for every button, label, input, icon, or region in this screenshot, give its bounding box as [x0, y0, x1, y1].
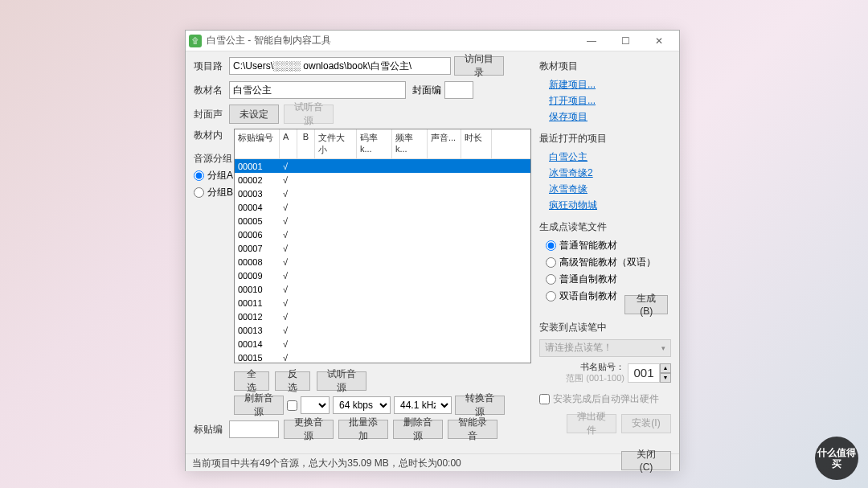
eject-button[interactable]: 弹出硬件 — [567, 414, 616, 433]
path-label: 项目路 — [194, 59, 229, 73]
recent-link[interactable]: 冰雪奇缘 — [549, 182, 671, 196]
gen-option-radio[interactable]: 高级智能教材（双语） — [546, 256, 671, 269]
delete-audio-button[interactable]: 删除音源 — [393, 420, 443, 439]
batch-add-button[interactable]: 批量添加 — [338, 420, 388, 439]
preview-cover-sound-button[interactable]: 试听音源 — [284, 105, 334, 124]
convert-audio-button[interactable]: 转换音源 — [455, 396, 505, 415]
table-row[interactable]: 00009√ — [235, 269, 530, 282]
content-label: 教材内 — [194, 129, 229, 142]
table-row[interactable]: 00005√ — [235, 214, 530, 228]
cover-num-label: 封面编 — [412, 84, 441, 97]
recent-link[interactable]: 疯狂动物城 — [549, 199, 671, 212]
path-input[interactable] — [229, 57, 451, 75]
install-button[interactable]: 安装(I) — [621, 414, 671, 433]
not-set-button[interactable]: 未设定 — [229, 105, 279, 124]
gen-section-title: 生成点读笔文件 — [539, 220, 671, 234]
refresh-audio-button[interactable]: 刷新音源 — [234, 396, 284, 415]
table-row[interactable]: 00006√ — [235, 228, 530, 241]
minimize-button[interactable]: — — [575, 31, 608, 51]
visit-dir-button[interactable]: 访问目录 — [454, 56, 504, 76]
replace-audio-button[interactable]: 更换音源 — [284, 420, 334, 439]
new-project-link[interactable]: 新建项目... — [549, 78, 671, 92]
cover-num-input[interactable] — [444, 81, 473, 99]
table-row[interactable]: 00014√ — [235, 337, 530, 351]
right-panel: 教材项目 新建项目... 打开项目... 保存项目 最近打开的项目 白雪公主 冰… — [536, 51, 678, 453]
freq-select[interactable]: 44.1 kHz — [394, 396, 452, 414]
name-label: 教材名 — [194, 84, 229, 97]
titlebar[interactable]: ۩ 白雪公主 - 智能自制内容工具 — ☐ ✕ — [186, 31, 679, 51]
window-title: 白雪公主 - 智能自制内容工具 — [207, 34, 575, 47]
install-section-title: 安装到点读笔中 — [539, 321, 671, 334]
app-window: ۩ 白雪公主 - 智能自制内容工具 — ☐ ✕ 项目路 访问目录 教材名 封面编… — [185, 30, 680, 471]
group-a-radio[interactable]: 分组A — [194, 169, 234, 182]
project-section-title: 教材项目 — [539, 59, 671, 73]
sticker-label: 标贴编 — [194, 423, 229, 437]
recent-link[interactable]: 冰雪奇缘2 — [549, 166, 671, 180]
convert-checkbox[interactable] — [287, 400, 297, 411]
format-select[interactable] — [301, 396, 330, 414]
table-row[interactable]: 00003√ — [235, 187, 530, 200]
gen-option-radio[interactable]: 普通智能教材 — [546, 239, 671, 252]
audio-group-label: 音源分组 — [194, 152, 234, 166]
select-all-button[interactable]: 全选 — [234, 371, 269, 391]
app-icon: ۩ — [189, 35, 202, 47]
preview-audio-button[interactable]: 试听音源 — [317, 371, 366, 391]
table-row[interactable]: 00004√ — [235, 200, 530, 214]
invert-sel-button[interactable]: 反选 — [275, 371, 310, 391]
bitrate-select[interactable]: 64 kbps — [333, 396, 391, 414]
auto-eject-checkbox[interactable]: 安装完成后自动弹出硬件 — [539, 392, 671, 406]
install-device-select[interactable]: 请连接点读笔！ ▾ — [539, 339, 671, 357]
cover-sound-label: 封面声 — [194, 108, 229, 121]
name-input[interactable] — [229, 81, 406, 99]
table-row[interactable]: 00001√ — [235, 159, 530, 173]
book-sticker-value[interactable]: 001 — [628, 363, 660, 383]
generate-button[interactable]: 生成(B) — [624, 295, 668, 314]
watermark-badge: 什么值得买 — [815, 437, 858, 480]
gen-option-radio[interactable]: 双语自制教材 — [546, 289, 617, 303]
recent-link[interactable]: 白雪公主 — [549, 150, 671, 164]
table-row[interactable]: 00007√ — [235, 241, 530, 255]
save-project-link[interactable]: 保存项目 — [549, 110, 671, 124]
table-header: 标贴编号 A B 文件大小 码率k... 频率k... 声音... 时长 — [235, 129, 530, 159]
recent-section-title: 最近打开的项目 — [539, 132, 671, 146]
chevron-down-icon: ▾ — [661, 344, 665, 352]
left-panel: 项目路 访问目录 教材名 封面编 封面声 未设定 试听音源 教材内 音源分组 — [186, 51, 536, 453]
table-row[interactable]: 00013√ — [235, 323, 530, 337]
range-hint: 范围 (001-100) — [566, 372, 624, 384]
close-app-button[interactable]: 关闭(C) — [621, 451, 671, 470]
spin-down-button[interactable]: ▼ — [660, 373, 671, 383]
table-row[interactable]: 00008√ — [235, 255, 530, 269]
spin-up-button[interactable]: ▲ — [660, 363, 671, 373]
maximize-button[interactable]: ☐ — [608, 31, 642, 51]
table-row[interactable]: 00011√ — [235, 296, 530, 310]
table-row[interactable]: 00015√ — [235, 351, 530, 363]
table-row[interactable]: 00012√ — [235, 310, 530, 323]
table-row[interactable]: 00010√ — [235, 282, 530, 296]
close-button[interactable]: ✕ — [642, 31, 676, 51]
smart-record-button[interactable]: 智能录音 — [448, 420, 497, 439]
sticker-input[interactable] — [229, 420, 279, 438]
book-sticker-label: 书名贴号： — [566, 362, 624, 372]
table-row[interactable]: 00002√ — [235, 173, 530, 187]
audio-table[interactable]: 标贴编号 A B 文件大小 码率k... 频率k... 声音... 时长 000… — [234, 129, 531, 363]
group-b-radio[interactable]: 分组B — [194, 186, 234, 199]
open-project-link[interactable]: 打开项目... — [549, 94, 671, 108]
gen-option-radio[interactable]: 普通自制教材 — [546, 273, 671, 286]
